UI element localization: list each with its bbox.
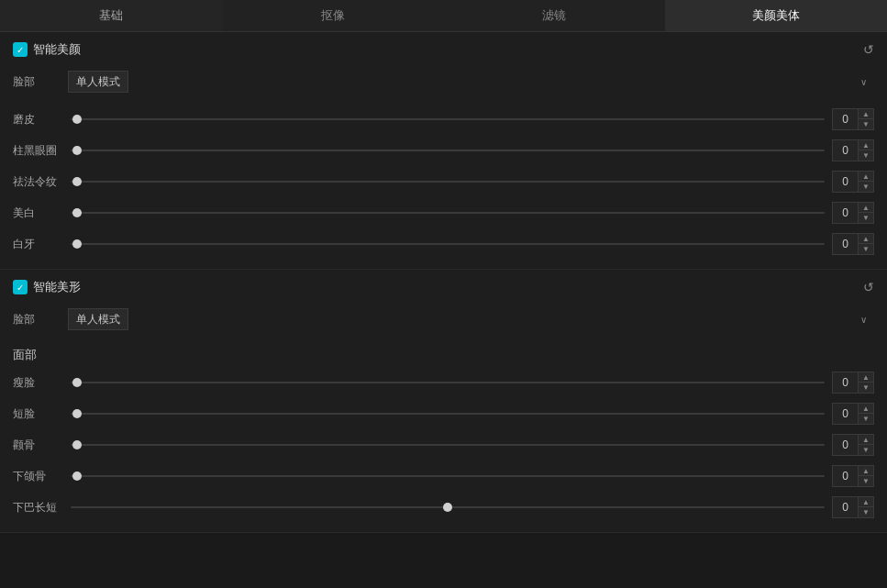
slider-whitening-track[interactable] xyxy=(71,205,825,221)
slider-slim-face-btns: ▲ ▼ xyxy=(858,372,873,393)
slider-whitening-thumb[interactable] xyxy=(72,208,82,217)
slider-chin-length-btns: ▲ ▼ xyxy=(858,497,873,517)
slider-teeth-value: 0 xyxy=(833,234,858,254)
slider-eye-down[interactable]: ▼ xyxy=(859,150,873,161)
slider-whitening-label: 美白 xyxy=(13,205,63,221)
beauty-face-reset[interactable]: ↺ xyxy=(863,42,874,57)
slider-mobi-btns: ▲ ▼ xyxy=(858,109,873,129)
slider-slim-face-label: 瘦脸 xyxy=(13,375,63,391)
slider-cheekbone-track[interactable] xyxy=(71,437,825,453)
slider-law-down[interactable]: ▼ xyxy=(859,182,873,192)
slider-eye-btns: ▲ ▼ xyxy=(858,140,873,161)
slider-jaw-input: 0 ▲ ▼ xyxy=(832,465,874,487)
slider-mobi-track-bg xyxy=(71,118,825,120)
slider-mobi-thumb[interactable] xyxy=(72,115,82,124)
tab-filter[interactable]: 滤镜 xyxy=(444,0,666,31)
check-icon: ✓ xyxy=(17,45,24,55)
body-face-mode-select[interactable]: 单人模式 xyxy=(68,308,128,330)
slider-whitening-value: 0 xyxy=(833,203,858,223)
slider-eye-track[interactable] xyxy=(71,142,825,159)
slider-whitening-btns: ▲ ▼ xyxy=(858,203,873,223)
slider-cheekbone-btns: ▲ ▼ xyxy=(858,435,873,455)
slider-teeth-up[interactable]: ▲ xyxy=(859,234,873,244)
content-area: ✓ 智能美颜 ↺ 脸部 单人模式 磨皮 xyxy=(0,32,887,533)
slider-law-track-bg xyxy=(71,181,825,183)
check-icon-body: ✓ xyxy=(17,283,24,293)
slider-cheekbone-thumb[interactable] xyxy=(72,440,82,449)
slider-eye-up[interactable]: ▲ xyxy=(859,140,873,150)
tab-keying[interactable]: 抠像 xyxy=(222,0,444,31)
slider-teeth-down[interactable]: ▼ xyxy=(859,244,873,254)
slider-mobi-down[interactable]: ▼ xyxy=(859,119,873,129)
slider-mobi: 磨皮 0 ▲ ▼ xyxy=(13,104,874,135)
beauty-body-reset[interactable]: ↺ xyxy=(863,280,874,294)
tab-beauty[interactable]: 美颜美体 xyxy=(665,0,887,31)
slider-slim-face: 瘦脸 0 ▲ ▼ xyxy=(13,367,874,398)
slider-chin-length-track[interactable] xyxy=(71,499,825,516)
beauty-face-label: 智能美颜 xyxy=(33,41,81,58)
slider-short-face: 短脸 0 ▲ ▼ xyxy=(13,398,874,429)
slider-teeth-track[interactable] xyxy=(71,236,825,252)
slider-slim-face-up[interactable]: ▲ xyxy=(859,372,873,383)
slider-slim-face-thumb[interactable] xyxy=(72,378,82,387)
beauty-face-sliders: 磨皮 0 ▲ ▼ 柱黑眼圈 xyxy=(13,104,874,260)
slider-cheekbone-label: 颧骨 xyxy=(13,438,63,453)
slider-short-face-track-bg xyxy=(71,413,825,415)
beauty-body-checkbox[interactable]: ✓ xyxy=(13,280,28,294)
slider-slim-face-input: 0 ▲ ▼ xyxy=(832,372,874,394)
body-face-mode-label: 脸部 xyxy=(13,312,68,327)
slider-chin-length-down[interactable]: ▼ xyxy=(859,507,873,517)
slider-eye-thumb[interactable] xyxy=(72,146,82,155)
slider-slim-face-down[interactable]: ▼ xyxy=(859,383,873,393)
tab-basics[interactable]: 基础 xyxy=(0,0,222,31)
slider-cheekbone-track-bg xyxy=(71,444,825,446)
slider-cheekbone-down[interactable]: ▼ xyxy=(859,445,873,455)
slider-chin-length-input: 0 ▲ ▼ xyxy=(832,496,874,518)
slider-jaw: 下颌骨 0 ▲ ▼ xyxy=(13,460,874,492)
slider-chin-length-value: 0 xyxy=(833,497,858,517)
slider-jaw-btns: ▲ ▼ xyxy=(858,466,873,486)
slider-cheekbone: 颧骨 0 ▲ ▼ xyxy=(13,429,874,460)
slider-chin-length-thumb[interactable] xyxy=(443,503,452,512)
slider-teeth-input: 0 ▲ ▼ xyxy=(832,233,874,255)
beauty-face-checkbox[interactable]: ✓ xyxy=(13,42,28,57)
beauty-body-label: 智能美形 xyxy=(33,279,81,295)
slider-law-btns: ▲ ▼ xyxy=(858,172,873,192)
slider-law-value: 0 xyxy=(833,172,858,192)
slider-jaw-thumb[interactable] xyxy=(72,472,82,481)
sub-section-face: 面部 xyxy=(13,341,874,367)
slider-eye-label: 柱黑眼圈 xyxy=(13,143,63,159)
slider-jaw-down[interactable]: ▼ xyxy=(859,476,873,486)
slider-whitening: 美白 0 ▲ ▼ xyxy=(13,197,874,228)
slider-short-face-down[interactable]: ▼ xyxy=(859,414,873,424)
slider-slim-face-track[interactable] xyxy=(71,374,825,391)
beauty-body-header: ✓ 智能美形 ↺ xyxy=(13,279,874,295)
slider-chin-length-up[interactable]: ▲ xyxy=(859,497,873,507)
slider-short-face-input: 0 ▲ ▼ xyxy=(832,403,874,425)
slider-short-face-up[interactable]: ▲ xyxy=(859,404,873,414)
beauty-face-section: ✓ 智能美颜 ↺ 脸部 单人模式 磨皮 xyxy=(0,32,887,270)
slider-jaw-track[interactable] xyxy=(71,468,825,484)
slider-short-face-track[interactable] xyxy=(71,405,825,422)
slider-mobi-track[interactable] xyxy=(71,111,825,128)
slider-whitening-down[interactable]: ▼ xyxy=(859,213,873,223)
slider-law-up[interactable]: ▲ xyxy=(859,172,873,182)
beauty-face-mode-row: 脸部 单人模式 xyxy=(13,67,874,96)
face-mode-select-wrapper: 单人模式 xyxy=(68,71,874,93)
slider-jaw-up[interactable]: ▲ xyxy=(859,466,873,476)
slider-short-face-thumb[interactable] xyxy=(72,409,82,418)
slider-teeth-btns: ▲ ▼ xyxy=(858,234,873,254)
face-mode-select[interactable]: 单人模式 xyxy=(68,71,128,93)
slider-jaw-value: 0 xyxy=(833,466,858,486)
slider-teeth: 白牙 0 ▲ ▼ xyxy=(13,228,874,260)
slider-teeth-thumb[interactable] xyxy=(72,239,82,249)
slider-cheekbone-up[interactable]: ▲ xyxy=(859,435,873,445)
slider-whitening-up[interactable]: ▲ xyxy=(859,203,873,213)
slider-law-thumb[interactable] xyxy=(72,177,82,186)
face-mode-label: 脸部 xyxy=(13,74,68,90)
slider-short-face-btns: ▲ ▼ xyxy=(858,404,873,424)
slider-mobi-up[interactable]: ▲ xyxy=(859,109,873,119)
slider-slim-face-value: 0 xyxy=(833,372,858,393)
slider-jaw-track-bg xyxy=(71,475,825,477)
slider-law-track[interactable] xyxy=(71,173,825,190)
